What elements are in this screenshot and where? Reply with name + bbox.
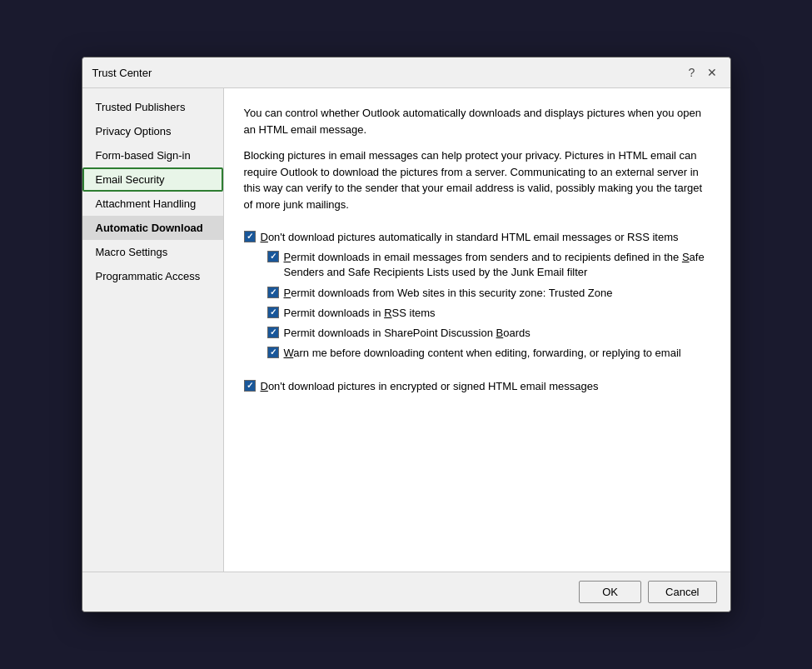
- sidebar-item-programmatic-access[interactable]: Programmatic Access: [82, 264, 223, 288]
- checkbox-no-download-encrypted-label: Don't download pictures in encrypted or …: [261, 379, 599, 394]
- title-bar: Trust Center ? ✕: [82, 57, 730, 88]
- title-bar-left: Trust Center: [92, 67, 152, 79]
- checkbox-permit-rss-label: Permit downloads in RSS items: [284, 306, 436, 321]
- checkbox-permit-sharepoint-input[interactable]: [267, 327, 279, 338]
- sidebar-item-attachment-handling[interactable]: Attachment Handling: [82, 192, 223, 216]
- checkbox-no-auto-download: Don't download pictures automatically in…: [244, 227, 710, 247]
- sidebar-item-macro-settings[interactable]: Macro Settings: [82, 240, 223, 264]
- close-button[interactable]: ✕: [704, 64, 720, 81]
- checkbox-permit-web-sites-label: Permit downloads from Web sites in this …: [284, 286, 613, 301]
- checkbox-permit-sharepoint: Permit downloads in SharePoint Discussio…: [267, 323, 710, 343]
- checkbox-no-download-encrypted-input[interactable]: [244, 380, 256, 392]
- checkbox-warn-before-label: Warn me before downloading content when …: [284, 346, 681, 361]
- checkbox-no-auto-download-input[interactable]: [244, 231, 256, 242]
- checkbox-group-main: Don't download pictures automatically in…: [244, 227, 710, 397]
- cancel-button[interactable]: Cancel: [648, 581, 716, 603]
- checkbox-permit-web-sites-input[interactable]: [267, 287, 279, 298]
- dialog-title: Trust Center: [92, 67, 152, 79]
- dialog-footer: OK Cancel: [82, 572, 730, 612]
- trust-center-dialog: Trust Center ? ✕ Trusted Publishers Priv…: [82, 57, 731, 612]
- intro-text: You can control whether Outlook automati…: [244, 105, 710, 137]
- checkbox-no-auto-download-label: Don't download pictures automatically in…: [261, 230, 679, 245]
- dialog-body: Trusted Publishers Privacy Options Form-…: [82, 88, 730, 572]
- sidebar-item-trusted-publishers[interactable]: Trusted Publishers: [82, 95, 223, 119]
- sidebar: Trusted Publishers Privacy Options Form-…: [82, 88, 224, 572]
- sidebar-item-privacy-options[interactable]: Privacy Options: [82, 119, 223, 143]
- checkbox-permit-rss-input[interactable]: [267, 307, 279, 318]
- sidebar-item-automatic-download[interactable]: Automatic Download: [82, 216, 223, 240]
- checkbox-permit-sharepoint-label: Permit downloads in SharePoint Discussio…: [284, 326, 531, 341]
- checkbox-no-download-encrypted: Don't download pictures in encrypted or …: [244, 377, 710, 397]
- checkbox-permit-senders-input[interactable]: [267, 251, 279, 262]
- checkbox-permit-senders-label: Permit downloads in email messages from …: [284, 250, 710, 280]
- sidebar-item-form-based-signin[interactable]: Form-based Sign-in: [82, 143, 223, 167]
- ok-button[interactable]: OK: [579, 581, 641, 603]
- title-bar-right: ? ✕: [684, 64, 720, 81]
- checkbox-permit-senders: Permit downloads in email messages from …: [267, 247, 710, 282]
- sidebar-item-email-security[interactable]: Email Security: [82, 167, 223, 192]
- blocking-text: Blocking pictures in email messages can …: [244, 147, 710, 212]
- content-area: You can control whether Outlook automati…: [224, 88, 730, 572]
- checkbox-warn-before: Warn me before downloading content when …: [267, 343, 710, 363]
- help-button[interactable]: ?: [684, 64, 700, 81]
- checkbox-warn-before-input[interactable]: [267, 347, 279, 358]
- checkbox-permit-rss: Permit downloads in RSS items: [267, 303, 710, 323]
- checkbox-permit-web-sites: Permit downloads from Web sites in this …: [267, 283, 710, 303]
